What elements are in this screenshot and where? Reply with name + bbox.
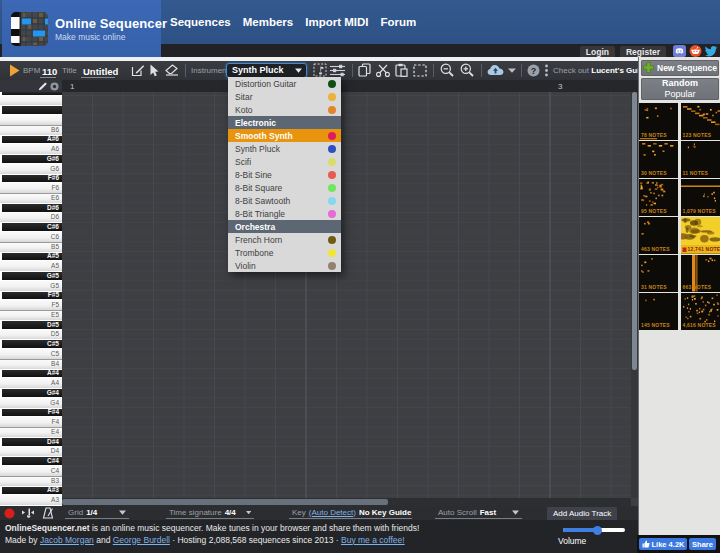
eraser-icon[interactable]: [165, 61, 179, 81]
piano-key-white[interactable]: E5: [0, 310, 62, 320]
twitter-icon[interactable]: [705, 45, 718, 57]
paste-icon[interactable]: [395, 61, 408, 81]
author-link[interactable]: George Burdell: [113, 535, 170, 545]
menu-item-distortion-guitar[interactable]: Distortion Guitar: [228, 77, 341, 90]
metronome-icon[interactable]: [42, 507, 54, 519]
menu-item-scifi[interactable]: Scifi: [228, 155, 341, 168]
auto-detect-link[interactable]: (Auto Detect): [309, 508, 356, 517]
nav-item-members[interactable]: Members: [243, 16, 294, 28]
sequence-tile[interactable]: 78 NOTES: [639, 103, 678, 140]
piano-key-black[interactable]: C#5: [0, 339, 62, 349]
piano-key-black[interactable]: D#4: [0, 437, 62, 447]
menu-item-8-bit-sawtooth[interactable]: 8-Bit Sawtooth: [228, 194, 341, 207]
horizontal-scrollbar-thumb[interactable]: [62, 499, 388, 505]
piano-key-white[interactable]: A5: [0, 261, 62, 271]
piano-key-black[interactable]: G#6: [0, 154, 62, 164]
horizontal-scrollbar[interactable]: [62, 498, 631, 506]
cloud-save-icon[interactable]: [487, 61, 504, 81]
menu-item-smooth-synth[interactable]: Smooth Synth: [228, 129, 341, 142]
piano-key-black[interactable]: D#6: [0, 203, 62, 213]
piano-keys[interactable]: B6A#6A6G#6G6F#6F6E6D#6D6C#6C6B5A#5A5G#5G…: [0, 92, 62, 506]
sequence-tile[interactable]: 30 NOTES: [639, 141, 678, 178]
select-icon[interactable]: [413, 61, 427, 81]
caret-down-icon[interactable]: [508, 61, 516, 81]
menu-item-8-bit-triangle[interactable]: 8-Bit Triangle: [228, 207, 341, 220]
nav-item-import-midi[interactable]: Import MIDI: [305, 16, 368, 28]
piano-key-black[interactable]: A#3: [0, 486, 62, 496]
nav-item-sequences[interactable]: Sequences: [170, 16, 231, 28]
piano-key-white[interactable]: G4: [0, 398, 62, 408]
piano-key-white[interactable]: D5: [0, 330, 62, 340]
piano-key-white[interactable]: [0, 96, 62, 106]
volume-slider[interactable]: [563, 528, 625, 532]
piano-key-white[interactable]: G5: [0, 281, 62, 291]
piano-key-black[interactable]: A#6: [0, 135, 62, 145]
sequence-tile[interactable]: 12,741 NOTES: [681, 217, 720, 254]
time-signature-select[interactable]: Time signature 4/4: [166, 508, 254, 519]
piano-key-white[interactable]: E6: [0, 193, 62, 203]
sequence-tile[interactable]: 11 NOTES: [681, 141, 720, 178]
cut-icon[interactable]: [376, 61, 390, 81]
piano-key-white[interactable]: B3: [0, 476, 62, 486]
piano-key-white[interactable]: C4: [0, 466, 62, 476]
vertical-scrollbar-thumb[interactable]: [632, 92, 638, 370]
sequence-tile[interactable]: 663 NOTES: [681, 255, 720, 292]
menu-item-trombone[interactable]: Trombone: [228, 246, 341, 259]
key-guide-select[interactable]: Key (Auto Detect) No Key Guide: [289, 508, 412, 519]
tab-popular[interactable]: Popular: [641, 89, 719, 100]
piano-key-white[interactable]: F6: [0, 183, 62, 193]
new-sequence-button[interactable]: New Sequence: [641, 60, 719, 76]
piano-key-white[interactable]: D6: [0, 213, 62, 223]
piano-key-black[interactable]: G#5: [0, 271, 62, 281]
sequence-tile[interactable]: 31 NOTES: [639, 255, 678, 292]
zoom-out-icon[interactable]: [440, 61, 454, 81]
note-grid[interactable]: [62, 92, 631, 498]
piano-key-white[interactable]: G6: [0, 164, 62, 174]
nav-item-forum[interactable]: Forum: [380, 16, 416, 28]
title-input[interactable]: Untitled: [81, 66, 115, 78]
sequence-tile[interactable]: 463 NOTES: [639, 217, 678, 254]
piano-key-white[interactable]: E4: [0, 427, 62, 437]
piano-key-white[interactable]: B5: [0, 242, 62, 252]
help-icon[interactable]: ?: [527, 61, 540, 81]
reddit-icon[interactable]: [689, 45, 702, 57]
sequence-tile[interactable]: 145 NOTES: [639, 293, 678, 330]
sequence-tile[interactable]: 95 NOTES: [639, 179, 678, 216]
sequence-tile[interactable]: 123 NOTES: [681, 103, 720, 140]
piano-key-white[interactable]: C6: [0, 232, 62, 242]
loop-marker-icon[interactable]: [50, 82, 59, 91]
piano-key-white[interactable]: A4: [0, 378, 62, 388]
record-icon[interactable]: [4, 508, 15, 519]
facebook-like-button[interactable]: Like 4.2K: [639, 538, 687, 550]
piano-key-black[interactable]: C#6: [0, 222, 62, 232]
copy-icon[interactable]: [358, 61, 371, 81]
menu-item-sitar[interactable]: Sitar: [228, 90, 341, 103]
menu-item-synth-pluck[interactable]: Synth Pluck: [228, 142, 341, 155]
piano-key-white[interactable]: A3: [0, 495, 62, 505]
piano-key-black[interactable]: F#6: [0, 174, 62, 184]
piano-key-white[interactable]: D4: [0, 447, 62, 457]
discord-icon[interactable]: [673, 45, 686, 57]
piano-key-black[interactable]: G#4: [0, 388, 62, 398]
grid-select[interactable]: Grid 1/4: [65, 508, 129, 519]
menu-item-violin[interactable]: Violin: [228, 259, 341, 272]
piano-key-black[interactable]: A#5: [0, 252, 62, 262]
menu-item-8-bit-sine[interactable]: 8-Bit Sine: [228, 168, 341, 181]
edit-icon[interactable]: [131, 61, 145, 81]
piano-key-black[interactable]: F#5: [0, 291, 62, 301]
piano-key-white[interactable]: F4: [0, 417, 62, 427]
facebook-share-button[interactable]: Share: [689, 538, 716, 550]
piano-key-black[interactable]: C#4: [0, 456, 62, 466]
sequence-tile[interactable]: 4,616 NOTES: [681, 293, 720, 330]
midi-input-icon[interactable]: [21, 507, 35, 519]
piano-key-white[interactable]: A6: [0, 144, 62, 154]
timeline-ruler[interactable]: 13: [62, 80, 638, 92]
menu-item-koto[interactable]: Koto: [228, 103, 341, 116]
add-audio-track-button[interactable]: Add Audio Track: [547, 507, 617, 521]
menu-item-8-bit-square[interactable]: 8-Bit Square: [228, 181, 341, 194]
piano-key-white[interactable]: B6: [0, 125, 62, 135]
vertical-scrollbar[interactable]: [631, 92, 639, 498]
bpm-input[interactable]: 110: [40, 66, 56, 78]
pencil-icon[interactable]: [38, 82, 47, 91]
menu-item-french-horn[interactable]: French Horn: [228, 233, 341, 246]
